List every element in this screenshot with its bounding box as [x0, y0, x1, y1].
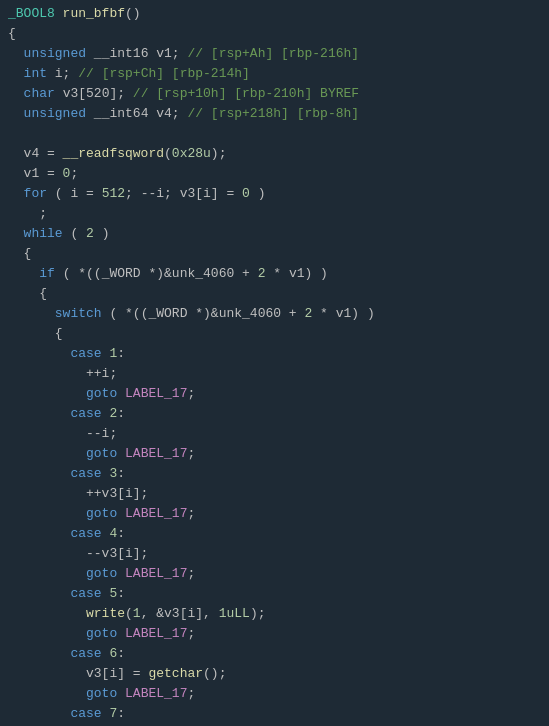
token: --v3[i]; — [8, 544, 148, 564]
token: ( — [164, 144, 172, 164]
token: * v1) ) — [312, 304, 374, 324]
code-line: v4 = __readfsqword(0x28u); — [0, 144, 549, 164]
code-container: _BOOL8 run_bfbf(){ unsigned __int16 v1; … — [0, 0, 549, 726]
token: 1 — [133, 604, 141, 624]
token — [117, 444, 125, 464]
token: () — [125, 4, 141, 24]
token — [8, 564, 86, 584]
token — [8, 404, 70, 424]
token: (); — [203, 664, 226, 684]
token — [102, 644, 110, 664]
token: int — [24, 64, 47, 84]
token: write — [86, 604, 125, 624]
token — [117, 384, 125, 404]
token: { — [8, 324, 63, 344]
token: ( i = — [47, 184, 102, 204]
token: v4 = — [8, 144, 63, 164]
token — [8, 524, 70, 544]
token: v3[520]; — [55, 84, 133, 104]
code-line: ; — [0, 204, 549, 224]
token: ; — [187, 504, 195, 524]
token — [117, 624, 125, 644]
code-line — [0, 124, 549, 144]
token: ; — [187, 444, 195, 464]
token: : — [117, 704, 125, 724]
token: __readfsqword — [63, 144, 164, 164]
token: ; — [8, 204, 47, 224]
token: // [rsp+218h] [rbp-8h] — [187, 104, 359, 124]
token — [117, 564, 125, 584]
code-line: { — [0, 284, 549, 304]
code-line: case 4: — [0, 524, 549, 544]
token: , &v3[i], — [141, 604, 219, 624]
code-line: v3[i] = getchar(); — [0, 664, 549, 684]
token — [102, 404, 110, 424]
token: 3 — [109, 464, 117, 484]
token: LABEL_17 — [125, 624, 187, 644]
token: : — [117, 344, 125, 364]
token: { — [8, 24, 16, 44]
token: 1uLL — [219, 604, 250, 624]
token: 4 — [109, 524, 117, 544]
token: ( *((_WORD *)&unk_4060 + — [55, 264, 258, 284]
code-line: goto LABEL_17; — [0, 444, 549, 464]
token: : — [117, 404, 125, 424]
token: 2 — [258, 264, 266, 284]
token: ++i; — [8, 364, 117, 384]
code-line: switch ( *((_WORD *)&unk_4060 + 2 * v1) … — [0, 304, 549, 324]
token — [8, 304, 55, 324]
token: case — [70, 584, 101, 604]
token: ( — [125, 604, 133, 624]
token: ); — [250, 604, 266, 624]
code-line: goto LABEL_17; — [0, 564, 549, 584]
token: if — [39, 264, 55, 284]
code-line: --i; — [0, 424, 549, 444]
token: 2 — [86, 224, 94, 244]
token: 2 — [304, 304, 312, 324]
code-line: unsigned __int64 v4; // [rsp+218h] [rbp-… — [0, 104, 549, 124]
token: while — [24, 224, 63, 244]
token: ); — [211, 144, 227, 164]
token: : — [117, 644, 125, 664]
token: 7 — [109, 704, 117, 724]
token: 2 — [109, 404, 117, 424]
token — [8, 684, 86, 704]
token: 5 — [109, 584, 117, 604]
token — [8, 184, 24, 204]
token — [102, 344, 110, 364]
code-line: if ( *((_WORD *)&unk_4060 + 2 * v1) ) — [0, 264, 549, 284]
token: v3[i] = — [8, 664, 148, 684]
token: LABEL_17 — [125, 384, 187, 404]
code-line: v1 = 0; — [0, 164, 549, 184]
token: ; — [187, 624, 195, 644]
token: : — [117, 464, 125, 484]
token: case — [70, 464, 101, 484]
token — [117, 504, 125, 524]
code-line: case 1: — [0, 344, 549, 364]
token — [8, 344, 70, 364]
token: 512 — [102, 184, 125, 204]
token: unsigned — [24, 44, 86, 64]
token: : — [117, 524, 125, 544]
token: // [rsp+10h] [rbp-210h] BYREF — [133, 84, 359, 104]
token: getchar — [148, 664, 203, 684]
token — [102, 524, 110, 544]
token: case — [70, 644, 101, 664]
token — [8, 644, 70, 664]
token: for — [24, 184, 47, 204]
token: ) — [94, 224, 110, 244]
token: : — [117, 584, 125, 604]
token: ; — [187, 384, 195, 404]
token: run_bfbf — [63, 4, 125, 24]
token: goto — [86, 504, 117, 524]
token — [8, 604, 86, 624]
token: i; — [47, 64, 78, 84]
token: ++v3[i]; — [8, 484, 148, 504]
token: v1 = — [8, 164, 63, 184]
token — [8, 704, 70, 724]
code-line: ++i; — [0, 364, 549, 384]
token: goto — [86, 684, 117, 704]
code-line: case 5: — [0, 584, 549, 604]
token: 1 — [109, 344, 117, 364]
token: --i; — [8, 424, 117, 444]
